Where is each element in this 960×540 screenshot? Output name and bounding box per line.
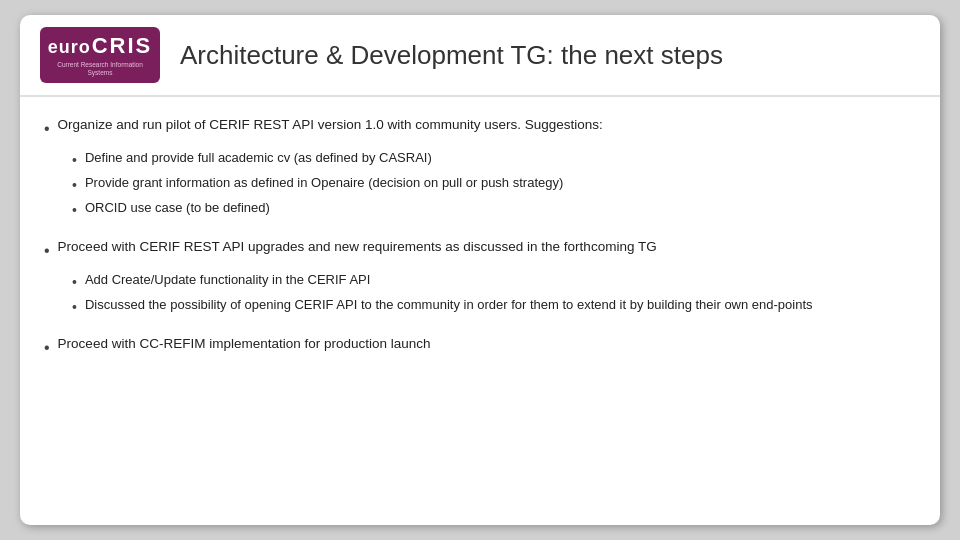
bullet-main-1: • Organize and run pilot of CERIF REST A…: [44, 115, 910, 141]
sub-dot-2-1: •: [72, 272, 77, 293]
sub-dot-1-2: •: [72, 175, 77, 196]
sub-bullet-1-3: • ORCID use case (to be defined): [72, 198, 910, 221]
sub-dot-2-2: •: [72, 297, 77, 318]
logo-cris: CRIS: [92, 33, 153, 59]
sub-dot-1-1: •: [72, 150, 77, 171]
sub-bullet-2-2: • Discussed the possibility of opening C…: [72, 295, 910, 318]
sub-bullet-2-1: • Add Create/Update functionality in the…: [72, 270, 910, 293]
sub-text-1-1: Define and provide full academic cv (as …: [85, 148, 432, 168]
bullet-dot-3: •: [44, 336, 50, 360]
sub-dot-1-3: •: [72, 200, 77, 221]
eurocris-logo: euro CRIS Current Research Information S…: [40, 27, 160, 83]
logo-euro: euro: [48, 37, 91, 58]
sub-bullets-1: • Define and provide full academic cv (a…: [72, 148, 910, 221]
slide-header: euro CRIS Current Research Information S…: [20, 15, 940, 97]
sub-bullet-1-1: • Define and provide full academic cv (a…: [72, 148, 910, 171]
sub-text-1-3: ORCID use case (to be defined): [85, 198, 270, 218]
slide: euro CRIS Current Research Information S…: [20, 15, 940, 525]
slide-content: • Organize and run pilot of CERIF REST A…: [20, 97, 940, 525]
bullet-group-2: • Proceed with CERIF REST API upgrades a…: [44, 237, 910, 318]
logo-subtext: Current Research Information Systems: [46, 61, 154, 77]
sub-bullets-2: • Add Create/Update functionality in the…: [72, 270, 910, 318]
bullet-text-1: Organize and run pilot of CERIF REST API…: [58, 115, 603, 135]
sub-text-2-2: Discussed the possibility of opening CER…: [85, 295, 813, 315]
logo-area: euro CRIS Current Research Information S…: [40, 27, 160, 83]
bullet-group-3: • Proceed with CC-REFIM implementation f…: [44, 334, 910, 360]
sub-text-2-1: Add Create/Update functionality in the C…: [85, 270, 370, 290]
bullet-group-1: • Organize and run pilot of CERIF REST A…: [44, 115, 910, 221]
bullet-text-2: Proceed with CERIF REST API upgrades and…: [58, 237, 657, 257]
bullet-text-3: Proceed with CC-REFIM implementation for…: [58, 334, 431, 354]
slide-title: Architecture & Development TG: the next …: [180, 40, 920, 71]
bullet-main-3: • Proceed with CC-REFIM implementation f…: [44, 334, 910, 360]
bullet-main-2: • Proceed with CERIF REST API upgrades a…: [44, 237, 910, 263]
sub-text-1-2: Provide grant information as defined in …: [85, 173, 563, 193]
sub-bullet-1-2: • Provide grant information as defined i…: [72, 173, 910, 196]
bullet-dot-1: •: [44, 117, 50, 141]
bullet-dot-2: •: [44, 239, 50, 263]
